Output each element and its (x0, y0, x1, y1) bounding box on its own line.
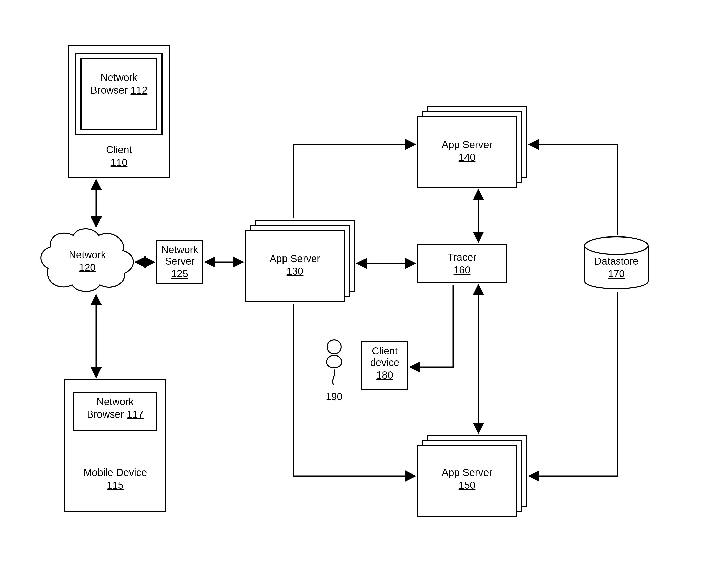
app-server-130-label: App Server (270, 253, 320, 264)
client-device-label-2: device (370, 357, 399, 368)
app-server-150-label: App Server (442, 467, 492, 478)
app-server-130-ref: 130 (287, 266, 303, 277)
user-icon (327, 340, 342, 385)
network-server-label-2: Server (165, 256, 194, 267)
edge-tracer-clientdevice (410, 285, 453, 367)
tracer-ref: 160 (454, 264, 470, 275)
network-label: Network (69, 249, 106, 260)
client-label: Client (106, 144, 132, 155)
network-server-ref: 125 (171, 268, 188, 279)
tracer-box (418, 244, 506, 282)
net-browser-117-label-2: Browser 117 (87, 409, 144, 420)
datastore-label: Datastore (594, 256, 638, 267)
app-server-150-ref: 150 (459, 479, 475, 491)
svg-point-1 (327, 340, 341, 354)
client-device-ref: 180 (376, 369, 393, 380)
edge-datastore-app140 (529, 144, 618, 236)
net-browser-117-label-1: Network (97, 396, 134, 407)
edge-datastore-app150 (529, 293, 618, 476)
tracer-label: Tracer (448, 252, 477, 263)
edge-app130-app140 (294, 144, 415, 218)
net-browser-112-label-1: Network (101, 72, 138, 83)
app-server-140-ref: 140 (459, 152, 475, 163)
network-server-label-1: Network (161, 244, 199, 255)
client-device-label-1: Client (372, 345, 398, 357)
svg-point-0 (585, 237, 648, 255)
app-server-140-label: App Server (442, 139, 492, 150)
datastore-ref: 170 (608, 268, 625, 279)
network-ref: 120 (79, 262, 96, 273)
user-ref: 190 (326, 391, 343, 402)
net-browser-112-label-2: Browser 112 (91, 85, 148, 96)
mobile-device-ref: 115 (107, 479, 124, 491)
client-ref: 110 (111, 157, 127, 168)
mobile-device-label: Mobile Device (83, 467, 147, 478)
